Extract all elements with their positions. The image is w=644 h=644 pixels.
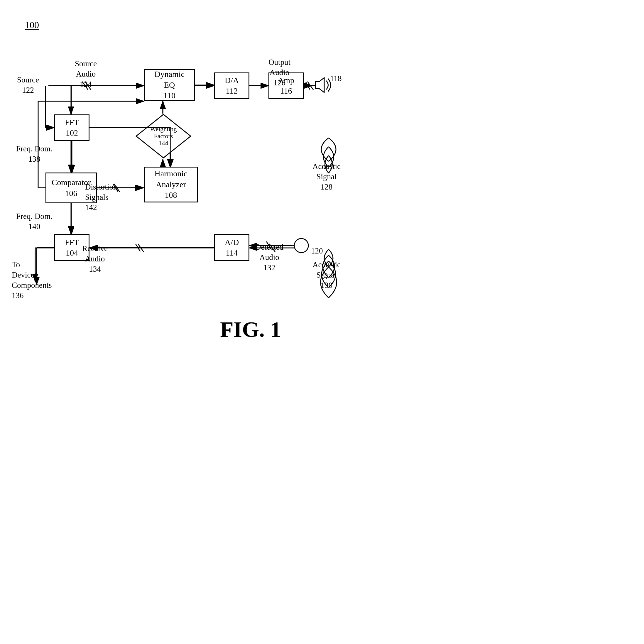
freq-dom-138-label: Freq. Dom.138 [16, 144, 53, 164]
svg-text:Factors: Factors [154, 132, 173, 140]
acoustic-signal-128-svg [302, 126, 355, 185]
detected-audio-132-label: DetectedAudio132 [255, 242, 283, 273]
diagram: 100 Source122 SourceAudio124 DynamicEQ11… [0, 0, 644, 644]
svg-text:Weighting: Weighting [150, 125, 177, 133]
svg-line-26 [138, 244, 144, 252]
svg-text:144: 144 [159, 139, 168, 147]
svg-line-45 [306, 82, 310, 89]
ref-100-label: 100 [25, 19, 39, 31]
fft-102-box: FFT102 [54, 114, 89, 141]
weighting-factors-diamond: Weighting Factors 144 [135, 113, 192, 159]
source-122-label: Source122 [17, 75, 39, 95]
fig-label: FIG. 1 [220, 317, 281, 342]
distortion-signals-142-label: DistortionSignals142 [85, 182, 117, 213]
dynamic-eq-box: DynamicEQ110 [144, 69, 195, 101]
speaker-icon [311, 73, 334, 97]
ad-box: A/D114 [214, 234, 249, 261]
harmonic-analyzer-box: HarmonicAnalyzer108 [144, 167, 198, 202]
acoustic-signal-130-svg [299, 241, 358, 308]
to-device-136-label: ToDevice/Components136 [12, 260, 52, 301]
output-audio-126-label: OutputAudio126 [268, 57, 290, 88]
source-audio-124-label: SourceAudio124 [75, 59, 97, 89]
svg-line-60 [136, 244, 140, 251]
svg-marker-29 [315, 78, 324, 92]
da-box: D/A112 [214, 72, 249, 99]
receive-audio-134-label: ReceiveAudio134 [82, 244, 108, 274]
freq-dom-140-label: Freq. Dom.140 [16, 211, 53, 232]
